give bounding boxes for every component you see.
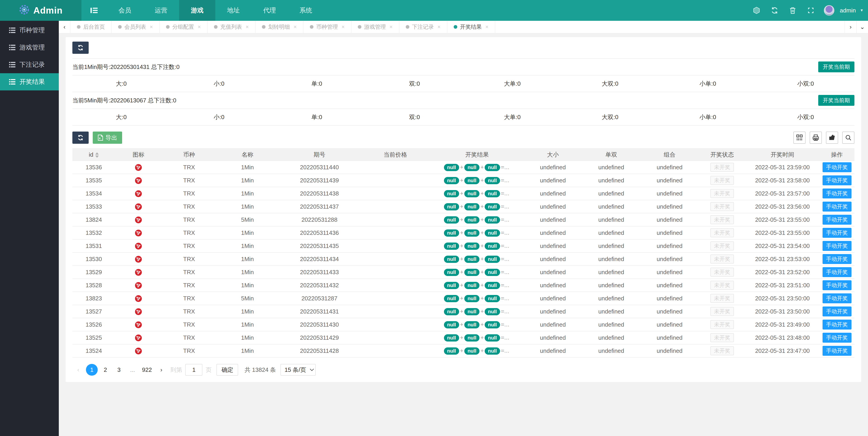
panel-refresh-button[interactable] [72,42,89,54]
list-icon [9,62,16,67]
sidebar-item[interactable]: 币种管理 [0,22,59,39]
tab-item[interactable]: 会员列表 × [112,21,160,33]
manual-draw-button[interactable]: 手动开奖 [823,346,851,356]
clear-cache-trash-icon[interactable] [785,0,800,21]
refresh-icon[interactable] [767,0,782,21]
cell-big-small: undefined [524,187,582,200]
result-pill: null [464,164,479,171]
draw-current-period-button[interactable]: 开奖当前期 [818,62,855,72]
tab-item[interactable]: 游戏管理 × [351,21,399,33]
tab-close-icon[interactable]: × [198,24,201,30]
top-menu-item[interactable]: 运营 [143,0,179,21]
results-card: 当前1Min期号:202205301431 总下注数:0 开奖当前期 大:0 小… [66,37,861,382]
cell-status: 未开奖 [699,226,745,239]
manual-draw-button[interactable]: 手动开奖 [823,293,851,303]
tab-item[interactable]: 下注记录 × [399,21,447,33]
sort-icon[interactable] [95,152,99,158]
columns-filter-icon[interactable] [794,132,806,144]
cell-name: 1Min [216,174,279,187]
page-prev[interactable]: ‹ [72,364,84,376]
cell-result: null+null+null=... [430,318,524,331]
cell-coin: TRX [162,161,216,174]
brand[interactable]: Admin [0,0,82,21]
tab-close-icon[interactable]: × [246,24,249,30]
tabs-menu-icon[interactable]: ⌄ [856,21,868,33]
manual-draw-button[interactable]: 手动开奖 [823,333,851,343]
top-menu-item[interactable]: 会员 [107,0,143,21]
user-avatar[interactable] [824,5,834,15]
tab-close-icon[interactable]: × [437,24,440,30]
export-data-icon[interactable] [826,132,838,144]
print-icon[interactable] [810,132,822,144]
result-pill: null [464,229,479,237]
tab-close-icon[interactable]: × [150,24,153,30]
manual-draw-button[interactable]: 手动开奖 [823,280,851,290]
manual-draw-button[interactable]: 手动开奖 [823,175,851,185]
page-number[interactable]: 1 [86,364,98,376]
tab-item[interactable]: 分组配置 × [160,21,208,33]
manual-draw-button[interactable]: 手动开奖 [823,320,851,330]
page-number[interactable]: ... [127,364,138,376]
goto-confirm-button[interactable]: 确定 [216,364,238,376]
table-row: 13529 TRX [72,266,855,279]
page-number[interactable]: 2 [99,364,111,376]
tabs-scroll-right-icon[interactable]: › [844,21,856,33]
draw-current-period-button[interactable]: 开奖当前期 [818,95,855,106]
stat-odd: 单:0 [268,80,366,88]
table-refresh-button[interactable] [72,132,89,144]
manual-draw-button[interactable]: 手动开奖 [823,202,851,211]
top-menu-item[interactable]: 系统 [288,0,324,21]
page-size-select[interactable]: 15 条/页 [280,364,316,376]
cell-big-small: undefined [524,279,582,292]
cell-odd-even: undefined [582,266,641,279]
sidebar-item[interactable]: 游戏管理 [0,39,59,56]
tabs-scroll-left-icon[interactable]: ‹ [59,21,70,33]
tron-icon [135,164,142,171]
user-dropdown-caret-icon[interactable]: ▼ [860,8,864,12]
top-menu-item[interactable]: 游戏 [179,0,215,21]
stat-big: 大:0 [72,113,170,121]
page-number[interactable]: 922 [140,364,154,376]
manual-draw-button[interactable]: 手动开奖 [823,254,851,264]
tab-item[interactable]: 开奖结果 × [447,21,495,33]
sidebar-item[interactable]: 下注记录 [0,56,59,73]
tab-item[interactable]: 划转明细 × [255,21,304,33]
tron-icon [135,190,142,197]
page-next[interactable]: › [155,364,167,376]
manual-draw-button[interactable]: 手动开奖 [823,215,851,225]
export-button[interactable]: 导出 [93,132,122,144]
manual-draw-button[interactable]: 手动开奖 [823,241,851,251]
cell-action: 手动开奖 [819,253,855,266]
cell-price [360,200,430,213]
manual-draw-button[interactable]: 手动开奖 [823,162,851,172]
cell-status: 未开奖 [699,239,745,253]
tab-item[interactable]: 币种管理 × [304,21,351,33]
fullscreen-icon[interactable] [803,0,818,21]
tab-close-icon[interactable]: × [390,24,393,30]
tab-close-icon[interactable]: × [341,24,345,30]
tab-close-icon[interactable]: × [485,24,489,30]
tron-icon [135,256,142,263]
top-menu-item[interactable]: 代理 [251,0,288,21]
cell-odd-even: undefined [582,161,641,174]
username[interactable]: admin [840,7,856,14]
tab-close-icon[interactable]: × [293,24,297,30]
search-icon[interactable] [842,132,855,144]
col-id[interactable]: id [72,148,115,161]
manual-draw-button[interactable]: 手动开奖 [823,267,851,277]
cell-combo: undefined [641,292,699,305]
collapse-menu-icon[interactable] [82,0,107,21]
manual-draw-button[interactable]: 手动开奖 [823,306,851,316]
page-number[interactable]: 3 [113,364,125,376]
tron-icon [135,295,142,302]
tab-item[interactable]: 后台首页 × [70,21,112,33]
theme-hexagon-icon[interactable] [749,0,764,21]
cell-status: 未开奖 [699,305,745,318]
page-numbers: 1 2 3 ... 922 [86,364,154,376]
manual-draw-button[interactable]: 手动开奖 [823,228,851,238]
goto-page-input[interactable] [185,364,203,376]
sidebar-item[interactable]: 开奖结果 [0,73,59,91]
manual-draw-button[interactable]: 手动开奖 [823,189,851,198]
top-menu-item[interactable]: 地址 [215,0,251,21]
tab-item[interactable]: 充值列表 × [208,21,255,33]
